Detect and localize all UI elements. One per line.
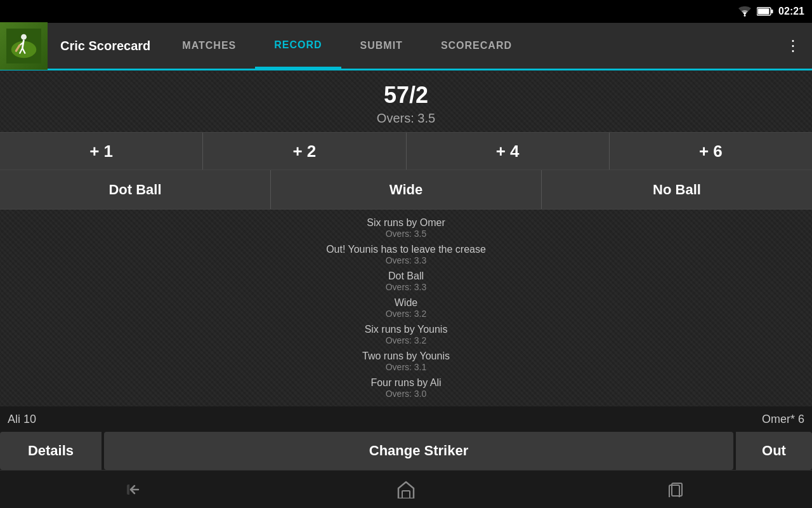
status-bar: 02:21: [0, 0, 812, 23]
svg-point-6: [21, 34, 27, 39]
event-overs: Overs: 3.2: [0, 335, 812, 345]
back-button[interactable]: [110, 471, 160, 509]
app-title: Cric Scorecard: [48, 39, 163, 53]
event-overs: Overs: 3.3: [0, 255, 812, 265]
batsman1-score: 10: [23, 413, 36, 425]
batsman2-name: Omer*: [762, 413, 795, 425]
event-text: Six runs by Younis: [0, 324, 812, 335]
bottom-area: Ali 10 Omer* 6 Details Change Striker Ou…: [0, 406, 812, 508]
home-icon: [396, 481, 416, 498]
list-item: Out! Younis has to leave the crease Over…: [0, 241, 812, 268]
event-overs: Overs: 3.0: [0, 389, 812, 399]
home-button[interactable]: [381, 471, 431, 509]
navigation-bar: [0, 470, 812, 508]
event-overs: Overs: 3.1: [0, 362, 812, 372]
special-buttons-row: Dot Ball Wide No Ball: [0, 170, 812, 210]
batsman2-score: 6: [798, 413, 804, 425]
change-striker-button[interactable]: Change Striker: [104, 432, 733, 470]
back-icon: [126, 482, 145, 497]
event-text: Two runs by Younis: [0, 351, 812, 362]
overs-display: Overs: 3.5: [0, 111, 812, 126]
event-text: Four runs by Ali: [0, 377, 812, 389]
toolbar: Cric Scorecard MATCHES RECORD SUBMIT SCO…: [0, 23, 812, 70]
bottom-buttons-row: Details Change Striker Out: [0, 432, 812, 470]
event-overs: Overs: 3.2: [0, 309, 812, 319]
svg-rect-12: [402, 491, 410, 498]
recent-apps-button[interactable]: [652, 471, 702, 509]
event-text: Six runs by Omer: [0, 217, 812, 229]
plus2-button[interactable]: + 2: [203, 133, 406, 170]
list-item: Four runs by Ali Overs: 3.0: [0, 375, 812, 401]
status-time: 02:21: [778, 6, 804, 17]
more-menu-button[interactable]: ⋮: [775, 37, 812, 55]
svg-rect-2: [771, 10, 773, 13]
content-area: 57/2 Overs: 3.5 + 1 + 2 + 4 + 6 Dot Ball…: [0, 70, 812, 508]
list-item: Two runs by Younis Overs: 3.1: [0, 348, 812, 375]
svg-rect-3: [758, 9, 769, 15]
tab-submit[interactable]: SUBMIT: [341, 23, 422, 69]
plus6-button[interactable]: + 6: [610, 133, 812, 170]
details-button[interactable]: Details: [0, 432, 102, 470]
score-display: 57/2: [0, 82, 812, 109]
dot-ball-button[interactable]: Dot Ball: [0, 170, 271, 209]
list-item: Wide Overs: 3.2: [0, 295, 812, 321]
battery-icon: [757, 7, 773, 16]
plus1-button[interactable]: + 1: [0, 133, 203, 170]
run-buttons-row: + 1 + 2 + 4 + 6: [0, 132, 812, 170]
batsman1-name: Ali: [8, 413, 20, 425]
list-item: Six runs by Younis Overs: 3.2: [0, 321, 812, 348]
event-overs: Overs: 3.3: [0, 282, 812, 292]
recent-icon: [668, 482, 686, 497]
tab-scorecard[interactable]: SCORECARD: [422, 23, 531, 69]
list-item: Dot Ball Overs: 3.3: [0, 268, 812, 295]
list-item: Six runs by Omer Overs: 3.5: [0, 215, 812, 241]
svg-point-0: [744, 15, 746, 17]
event-overs: Overs: 3.5: [0, 229, 812, 239]
event-text: Wide: [0, 297, 812, 309]
score-section: 57/2 Overs: 3.5: [0, 70, 812, 132]
wide-button[interactable]: Wide: [271, 170, 542, 209]
event-log: Six runs by Omer Overs: 3.5 Out! Younis …: [0, 210, 812, 406]
event-text: Out! Younis has to leave the crease: [0, 244, 812, 255]
out-button[interactable]: Out: [736, 432, 812, 470]
plus4-button[interactable]: + 4: [407, 133, 610, 170]
app-logo: [0, 22, 48, 70]
tab-record[interactable]: RECORD: [255, 23, 341, 69]
batsman2-label: Omer* 6: [762, 413, 804, 426]
logo-svg: [6, 29, 41, 64]
event-text: Dot Ball: [0, 271, 812, 282]
wifi-icon: [738, 6, 752, 17]
tab-matches[interactable]: MATCHES: [163, 23, 255, 69]
nav-tabs: MATCHES RECORD SUBMIT SCORECARD: [163, 23, 775, 69]
batsman1-label: Ali 10: [8, 413, 36, 426]
no-ball-button[interactable]: No Ball: [542, 170, 812, 209]
player-info-bar: Ali 10 Omer* 6: [0, 406, 812, 432]
status-icons: 02:21: [738, 6, 804, 17]
